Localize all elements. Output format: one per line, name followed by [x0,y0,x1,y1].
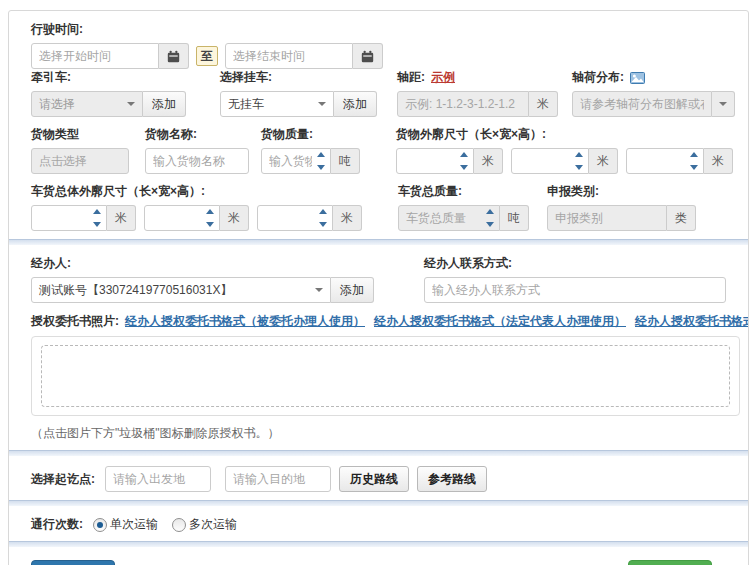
wheelbase-example-link[interactable]: 示例 [431,69,455,86]
history-route-button[interactable]: 历史路线 [339,466,409,492]
axle-load-input[interactable] [573,92,711,116]
spinner-arrows[interactable] [315,152,327,170]
total-width-wrap [144,205,220,231]
chevron-down-icon [127,102,135,106]
vehicle-cargo-section: 行驶时间: 至 [9,11,748,239]
tractor-add-button[interactable]: 添加 [143,91,186,117]
cargo-width-group: 米 [511,148,618,174]
preview-application-button[interactable]: 预览申请 [31,560,115,565]
radio-unchecked-icon [172,518,186,532]
travel-time-label: 行驶时间: [31,21,740,38]
cargo-dims-label: 货物外廓尺寸（长×宽×高）: [396,126,733,143]
chevron-down-icon [315,288,323,292]
wheelbase-input[interactable] [398,92,528,116]
wheelbase-wrap [397,91,529,117]
cargo-length-group: 米 [396,148,503,174]
spinner-arrows[interactable] [317,209,329,227]
authorization-upload-dropzone[interactable] [41,345,730,407]
spinner-arrows[interactable] [91,209,103,227]
agent-contact-field: 经办人联系方式: [424,255,726,303]
vehicle-cargo-weight-wrap [398,205,500,231]
destination-input[interactable] [226,467,330,491]
wheelbase-label: 轴距: [397,69,425,86]
authorization-format-link-owner[interactable]: 经办人授权委托书格式（个体经营业主办理使用） [635,313,749,330]
tractor-group: 请选择 添加 [31,91,186,117]
trailer-select[interactable]: 无挂车 [220,91,334,117]
agent-contact-input[interactable] [425,278,725,302]
start-time-calendar-button[interactable] [159,43,189,69]
axle-load-group [572,91,735,117]
trip-count-label: 通行次数: [31,516,83,533]
radio-single-trip[interactable]: 单次运输 [93,516,158,533]
radio-multiple-trip[interactable]: 多次运输 [172,516,237,533]
to-label: 至 [196,46,218,66]
vehicle-cargo-dims-group: 米 米 米 [31,205,362,231]
radio-single-trip-label: 单次运输 [110,516,158,533]
agent-contact-label: 经办人联系方式: [424,255,726,272]
declare-category-field: 申报类别: 类 [547,183,696,231]
declare-category-input [548,206,666,230]
tractor-label: 牵引车: [31,69,186,86]
vehicle-cargo-weight-label: 车货总质量: [398,183,529,200]
cargo-name-input[interactable] [146,149,248,173]
calendar-icon [167,50,180,63]
cargo-weight-unit: 吨 [331,148,360,174]
cargo-weight-wrap [261,148,331,174]
cargo-type-input[interactable] [32,149,128,173]
total-length-unit: 米 [107,205,136,231]
travel-time-row: 至 [31,43,740,69]
cargo-length-wrap [396,148,474,174]
picture-icon[interactable] [630,72,645,84]
travel-time-field: 行驶时间: 至 [31,21,740,69]
end-time-input[interactable] [226,44,352,68]
reference-route-button[interactable]: 参考路线 [417,466,487,492]
agent-section: 经办人: 测试账号【33072419770516031X】 添加 经办人联系方式… [9,245,748,450]
vehicle-cargo-dims-field: 车货总体外廓尺寸（长×宽×高）: 米 米 [31,183,362,231]
spinner-arrows[interactable] [573,152,585,170]
total-height-unit: 米 [333,205,362,231]
declare-category-label: 申报类别: [547,183,696,200]
tractor-select[interactable]: 请选择 [31,91,143,117]
total-width-unit: 米 [220,205,249,231]
vehicle-cargo-weight-group: 吨 [398,205,529,231]
wheelbase-group: 米 [397,91,558,117]
trailer-group: 无挂车 添加 [220,91,377,117]
spinner-arrows[interactable] [458,152,470,170]
start-time-input[interactable] [32,44,158,68]
totals-row: 车货总体外廓尺寸（长×宽×高）: 米 米 [31,183,740,231]
actions-section: 预览申请 一键提交 [9,547,748,565]
tractor-select-value: 请选择 [39,96,75,113]
submit-button[interactable]: 一键提交 [628,560,712,565]
trailer-add-button[interactable]: 添加 [334,91,377,117]
cargo-type-group [31,148,129,174]
total-width-group: 米 [144,205,249,231]
cargo-row: 货物类型 货物名称: 货物质量: [31,126,740,174]
spinner-arrows [484,209,496,227]
axle-load-field: 轴荷分布: [572,69,735,117]
route-section: 选择起讫点: 历史路线 参考路线 [9,456,748,500]
trailer-field: 选择挂车: 无挂车 添加 [220,69,377,117]
cargo-name-field: 货物名称: [145,126,249,174]
total-length-group: 米 [31,205,136,231]
authorization-format-link-legal-rep[interactable]: 经办人授权委托书格式（法定代表人办理使用） [374,313,626,330]
start-time-group [31,43,189,69]
destination-wrap [225,466,331,492]
chevron-down-icon [719,102,727,106]
transport-application-form: 行驶时间: 至 [8,10,749,565]
cargo-dims-field: 货物外廓尺寸（长×宽×高）: 米 米 [396,126,733,174]
trip-count-row: 通行次数: 单次运输 多次运输 [31,516,740,533]
end-time-calendar-button[interactable] [353,43,383,69]
authorization-format-link-delegate[interactable]: 经办人授权委托书格式（被委托办理人使用） [125,313,365,330]
origin-wrap [105,466,211,492]
agent-select[interactable]: 测试账号【33072419770516031X】 [31,277,331,303]
route-row: 选择起讫点: 历史路线 参考路线 [31,466,740,492]
axle-load-dropdown-button[interactable] [712,91,735,117]
spinner-arrows[interactable] [204,209,216,227]
spinner-arrows[interactable] [688,152,700,170]
trailer-select-value: 无挂车 [228,96,264,113]
route-label: 选择起讫点: [31,471,95,488]
cargo-weight-field: 货物质量: 吨 [261,126,360,174]
origin-input[interactable] [106,467,210,491]
agent-add-button[interactable]: 添加 [331,277,374,303]
wheelbase-field: 轴距: 示例 米 [397,69,558,117]
